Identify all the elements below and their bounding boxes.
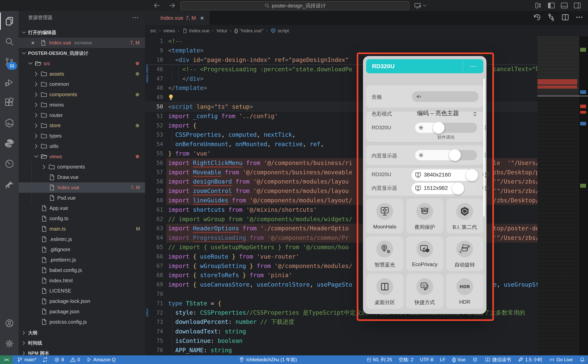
chevron-right-icon[interactable] [33,133,39,139]
tree-folder-src[interactable]: src [19,58,145,69]
chevron-right-icon[interactable] [33,71,39,77]
breadcrumb-Index.vue[interactable]: Index.vue [182,28,209,33]
breadcrumb-views[interactable]: views [163,28,175,33]
tree-folder-components[interactable]: components [19,89,145,100]
tree-file-config.ts[interactable]: config.ts [19,213,145,224]
status-indentation[interactable]: 空格: 2 [399,357,413,363]
activity-run-debug-icon[interactable] [0,72,19,92]
status-notifications-bell[interactable] [579,357,585,363]
remote-indicator[interactable]: >< [0,355,13,364]
activity-accounts-icon[interactable] [0,313,19,333]
status-weread[interactable]: 微信读书 [485,357,511,363]
status-go-live[interactable]: Go Live [549,357,573,363]
activity-source-control-icon[interactable]: 11 [0,52,19,72]
sidebar-section-时间线[interactable]: 时间线 [19,338,145,348]
close-icon[interactable]: × [200,14,204,22]
tree-folder-assets[interactable]: assets [19,69,145,79]
minimap[interactable] [537,36,579,355]
status-sync-status[interactable] [42,357,48,363]
tree-folder-utils[interactable]: utils [19,141,145,151]
chevron-right-icon[interactable] [33,123,39,129]
activity-hexagon-plugin-icon[interactable] [0,113,19,133]
screencast-select[interactable] [414,2,427,10]
activity-wakatime-clock-icon[interactable] [0,154,19,174]
tree-file-.gitignore[interactable]: .gitignore [19,245,145,255]
tab-index-vue[interactable]: Index.vue 7, M × [145,11,210,25]
tree-file-.prettierrc.js[interactable]: .prettierrc.js [19,255,145,265]
status-encoding[interactable]: UTF-8 [420,357,433,362]
activity-kangaroo-plugin-icon[interactable] [0,174,19,194]
panel-bottom-icon[interactable] [560,1,568,10]
sidebar-section-大纲[interactable]: 大纲 [19,328,145,338]
sidebar-section-NPM 脚本[interactable]: NPM 脚本 [19,348,145,355]
activity-python-icon[interactable] [0,133,19,154]
tree-folder-types[interactable]: types [19,131,145,141]
lightbulb-icon[interactable] [167,94,174,101]
history-icon[interactable] [533,13,541,22]
split-icon[interactable] [561,13,569,22]
tree-folder-views[interactable]: views [19,151,145,162]
code-line-74[interactable]: 74 downloadText: string [145,327,537,336]
chevron-right-icon[interactable] [33,112,39,118]
status-git-branch-status[interactable]: main* [17,357,36,363]
activity-search-icon[interactable] [0,31,19,52]
status-language-mode[interactable]: {}Vue [452,357,466,362]
activity-extensions-icon[interactable] [0,92,19,113]
breadcrumb-Vetur[interactable]: Vetur [216,28,227,33]
tree-file-Index.vue[interactable]: Index.vue7, M [19,182,145,193]
code-line-1[interactable]: 1<!-- [145,36,537,46]
tree-file-LICENSE[interactable]: LICENSE [19,286,145,296]
activity-settings-gear-icon[interactable] [0,333,19,354]
panel-right-icon[interactable] [573,1,581,10]
command-center-search[interactable]: poster-design_讯排设计 [180,1,409,10]
tree-folder-common[interactable]: common [19,79,145,90]
chevron-right-icon[interactable] [33,81,39,87]
git-blame-status[interactable]: IchliebedichZhu (1 年前) [239,357,297,363]
chevron-right-icon[interactable] [41,164,47,170]
tree-file-main.ts[interactable]: main.tsM [19,224,145,234]
status-warnings-count[interactable]: 0 [70,357,80,363]
tree-folder-components[interactable]: components [19,162,145,172]
activity-explorer-icon[interactable] [0,11,19,31]
forward-arrow-icon[interactable] [168,2,176,9]
chevron-down-icon[interactable] [33,154,39,159]
sidebar-more-icon[interactable]: ⋯ [132,13,139,21]
status-wakatime-today[interactable]: 1.5 小时 [518,357,542,363]
status-cursor-position[interactable]: 行 50, 列 25 [367,357,392,363]
panel-left-icon[interactable] [547,1,555,10]
tree-file-package.json[interactable]: package.json [19,306,145,317]
chevron-right-icon[interactable] [33,92,39,98]
status-errors-count[interactable]: 8 [54,357,64,363]
breadcrumb-Index.vue[interactable]: {}"Index.vue" [234,28,263,33]
chevron-right-icon[interactable] [33,102,39,108]
ellipsis-icon[interactable] [575,13,584,22]
tree-item-label: index.html [49,278,73,284]
tree-file-package-lock.json[interactable]: package-lock.json [19,296,145,306]
back-arrow-icon[interactable] [153,2,161,9]
bar-dots-icon[interactable] [534,1,542,10]
compare-icon[interactable] [547,13,555,22]
tree-file-App.vue[interactable]: App.vue [19,203,145,214]
tree-file-.eslintrc.js[interactable]: .eslintrc.js [19,234,145,245]
tree-folder-router[interactable]: router [19,110,145,120]
tree-folder-mixins[interactable]: mixins [19,100,145,110]
status-assistant[interactable] [472,357,478,363]
tree-file-postcss.config.js[interactable]: postcss.config.js [19,317,145,327]
tree-folder-store[interactable]: store [19,120,145,131]
code-line-75[interactable]: 75 isContinue: boolean [145,336,537,346]
status-amazon-q[interactable]: Amazon Q [86,357,115,363]
tree-file-babel.config.js[interactable]: babel.config.js [19,265,145,275]
tree-file-Draw.vue[interactable]: Draw.vue [19,172,145,182]
project-section[interactable]: POSTER-DESIGN_讯排设计 [19,48,145,58]
chevron-right-icon[interactable] [33,143,39,149]
status-eol[interactable]: LF [440,357,445,362]
close-icon[interactable]: × [31,39,35,46]
tree-file-Psd.vue[interactable]: Psd.vue [19,193,145,203]
breadcrumb-src[interactable]: src [150,28,157,33]
tree-file-index.html[interactable]: index.html [19,275,145,286]
code-line-76[interactable]: 76 APP_NAME: string [145,345,537,355]
open-editor-item[interactable]: × Index.vue src/views 7, M [19,38,145,48]
chevron-down-icon[interactable] [27,60,33,66]
open-editors-section[interactable]: 打开的编辑器 [19,27,145,38]
breadcrumb-script[interactable]: script [270,28,289,34]
